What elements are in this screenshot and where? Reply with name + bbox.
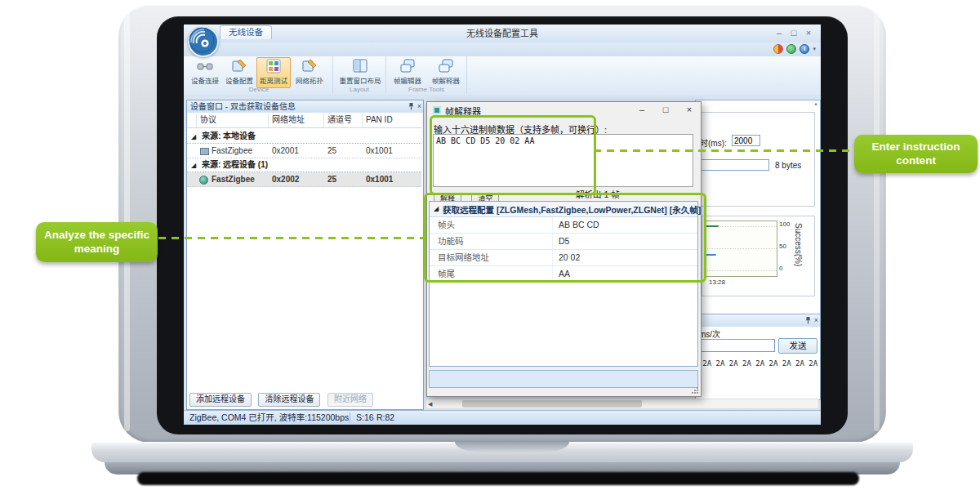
- tree-expanded-icon[interactable]: ◢: [191, 133, 196, 140]
- scroll-left-icon[interactable]: ◀: [428, 401, 432, 408]
- series-line-green: [705, 225, 719, 227]
- range-test-button[interactable]: 距离测试: [256, 57, 291, 88]
- cell-pan: 0x1001: [366, 172, 393, 186]
- ytick-0: 0: [779, 265, 782, 272]
- analyze-meaning-callout: Analyze the specific meaning: [36, 222, 158, 262]
- series-line-blue: [705, 254, 716, 256]
- column-protocol[interactable]: 协议: [197, 114, 269, 127]
- ribbon-group-label-device: Device: [185, 86, 332, 93]
- device-row-remote-selected[interactable]: FastZigbee 0x2002 25 0x1001: [187, 172, 421, 187]
- test-config-panel: ▲ 时(ms): 8 bytes 100 50 0 Success(%) 13:…: [695, 100, 821, 314]
- cell-channel: 25: [327, 144, 336, 158]
- send-data-input[interactable]: [695, 339, 775, 352]
- status-bar: ZigBee, COM4 已打开, 波特率:115200bps S:16 R:8…: [184, 410, 821, 425]
- laptop-shadow: [137, 472, 859, 485]
- app-titlebar: 无线设备配置工具: [184, 24, 821, 43]
- app-title: 无线设备配置工具: [184, 24, 821, 42]
- ribbon-group-frame-tools: 帧编辑器 帧解释器 Frame Tools: [386, 56, 467, 94]
- minimize-icon[interactable]: –: [772, 28, 786, 39]
- device-group-label: 来源: 远程设备 (1): [202, 160, 268, 169]
- network-topology-icon: [301, 58, 318, 74]
- dialog-app-icon: [433, 106, 441, 114]
- column-channel[interactable]: 通道号: [324, 114, 363, 127]
- pin-icon[interactable]: [408, 102, 415, 111]
- frame-interpreter-button[interactable]: 帧解释器: [427, 57, 465, 88]
- cell-pan: 0x1001: [366, 144, 393, 158]
- annotation-line-right: [594, 149, 855, 152]
- device-panel: 设备窗口 - 双击获取设备信息 × 协议 网络地址 通道号 PAN ID ◢ 来…: [186, 100, 424, 410]
- timeout-input[interactable]: [732, 135, 760, 146]
- tree-expanded-icon[interactable]: ◢: [191, 162, 196, 169]
- grid-description-strip: [429, 370, 698, 388]
- maximize-icon[interactable]: □: [786, 28, 801, 39]
- maximize-icon[interactable]: □: [654, 102, 677, 118]
- status-connection: ZigBee, COM4 已打开, 波特率:115200bps: [189, 411, 349, 425]
- close-icon[interactable]: ×: [814, 315, 818, 325]
- horizontal-scrollbar[interactable]: ◀: [425, 399, 819, 409]
- received-hex-data: 2A 2A 2A 2A 2A 2A 2A 2A 2A 2A 2A 2A 00 0…: [695, 359, 821, 368]
- globe-language-icon[interactable]: [786, 44, 796, 54]
- reset-layout-icon: [352, 58, 368, 74]
- window-controls: – □ ×: [772, 28, 816, 39]
- frame-editor-icon: [399, 58, 416, 74]
- device-group-remote[interactable]: ◢ 来源: 远程设备 (1): [187, 158, 421, 172]
- close-icon[interactable]: ×: [801, 28, 816, 39]
- ytick-100: 100: [779, 220, 790, 228]
- gridline-50: [705, 248, 777, 249]
- tab-wireless-device[interactable]: 无线设备: [220, 25, 272, 39]
- payload-input[interactable]: [695, 159, 769, 171]
- caret-down-icon[interactable]: ▾: [813, 46, 816, 52]
- chart-groupbox: 100 50 0 Success(%) 13:28: [702, 216, 815, 296]
- send-panel-header: ×: [696, 314, 820, 327]
- success-chart: [704, 220, 777, 277]
- range-test-icon: [265, 58, 282, 74]
- device-connect-button[interactable]: 设备连接: [188, 57, 222, 88]
- column-network-address[interactable]: 网络地址: [269, 114, 324, 127]
- ribbon: 设备连接 设备配置 距离测试: [184, 56, 821, 96]
- annotation-line-left: [158, 237, 425, 239]
- laptop-lid-highlight-right: [874, 10, 880, 431]
- nearby-network-button[interactable]: 附近网络: [327, 393, 373, 407]
- scrollbar-thumb[interactable]: [462, 400, 642, 408]
- device-config-button[interactable]: 设备配置: [222, 57, 256, 88]
- device-panel-footer: 添加远程设备 清除远程设备 附近网络: [189, 390, 376, 407]
- add-remote-device-button[interactable]: 添加远程设备: [189, 393, 252, 407]
- laptop-lid-notch: [455, 442, 569, 452]
- cell-protocol: FastZigbee: [212, 172, 255, 186]
- reset-layout-button[interactable]: 重置窗口布局: [335, 57, 385, 88]
- device-connect-icon: [197, 58, 213, 74]
- device-row-local[interactable]: FastZigbee 0x2001 25 0x1001: [187, 144, 421, 158]
- send-button[interactable]: 发送: [778, 338, 817, 354]
- gridline-0: [705, 270, 777, 271]
- frame-editor-button[interactable]: 帧编辑器: [389, 57, 426, 88]
- column-pan-id[interactable]: PAN ID: [363, 114, 421, 127]
- device-panel-header: 设备窗口 - 双击获取设备信息 ×: [187, 100, 423, 113]
- device-group-local[interactable]: ◢ 来源: 本地设备: [187, 130, 421, 144]
- device-panel-title: 设备窗口 - 双击获取设备信息: [190, 102, 296, 111]
- pin-icon[interactable]: [804, 316, 812, 325]
- send-panel: × ms/次 发送 2A 2A 2A 2A 2A 2A 2A 2A 2A 2A …: [695, 314, 821, 400]
- enter-instruction-callout: Enter instruction content: [854, 135, 978, 173]
- remove-remote-device-button[interactable]: 清除远程设备: [258, 393, 320, 407]
- ribbon-group-label-layout: Layout: [333, 86, 385, 93]
- close-icon[interactable]: ×: [417, 101, 421, 111]
- theme-palette-icon[interactable]: [773, 44, 783, 54]
- info-icon[interactable]: i: [800, 44, 809, 54]
- close-icon[interactable]: ×: [678, 102, 701, 118]
- globe-device-icon: [199, 176, 208, 185]
- minimize-icon[interactable]: –: [630, 102, 653, 118]
- device-config-icon: [231, 58, 247, 74]
- ytick-50: 50: [779, 243, 786, 250]
- monitor-icon: [200, 148, 209, 155]
- ribbon-group-layout: 重置窗口布局 Layout: [333, 56, 386, 94]
- status-divider: [350, 412, 350, 423]
- highlight-box-result: [424, 193, 706, 283]
- scroll-up-icon[interactable]: ▲: [813, 101, 818, 106]
- resize-grip[interactable]: [691, 386, 699, 394]
- cell-address: 0x2002: [272, 172, 299, 186]
- status-received: R:82: [376, 411, 394, 425]
- ribbon-group-device: 设备连接 设备配置 距离测试: [185, 56, 333, 94]
- cell-address: 0x2001: [272, 144, 299, 158]
- highlight-box-input: [430, 115, 596, 195]
- network-topology-button[interactable]: 网络拓扑: [292, 57, 327, 88]
